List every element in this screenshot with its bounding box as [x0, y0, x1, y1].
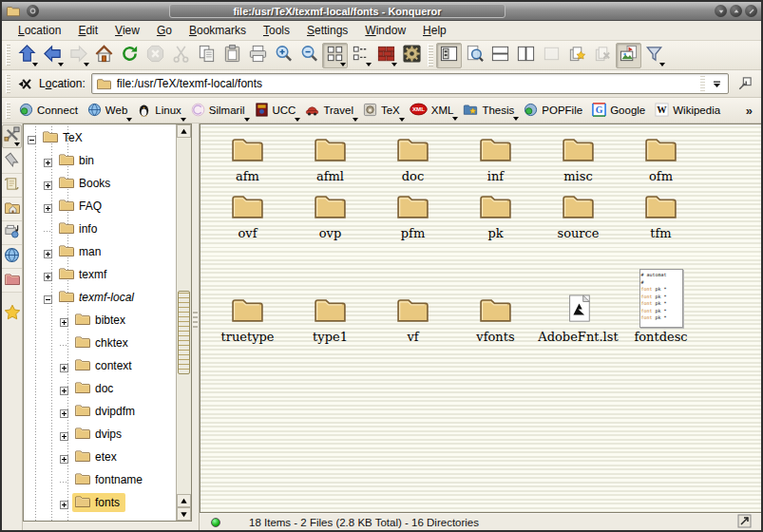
file-item-type1[interactable]: type1: [289, 289, 372, 346]
tree-item-tex[interactable]: TeX: [24, 126, 176, 149]
titlebar[interactable]: file:/usr/TeX/texmf-local/fonts - Konque…: [2, 2, 761, 21]
paste-button[interactable]: [219, 43, 245, 68]
file-item-adobefnt.lst[interactable]: AdobeFnt.lst: [537, 288, 620, 346]
toolbar-grip[interactable]: [6, 45, 10, 66]
tree-expander-icon[interactable]: [60, 499, 68, 507]
location-input[interactable]: file:/usr/TeX/texmf-local/fonts: [91, 73, 729, 94]
tree-item-texmf-local[interactable]: texmf-local: [24, 286, 176, 309]
reload-button[interactable]: [117, 43, 143, 68]
bookmark-wikipedia[interactable]: WWikipedia: [650, 101, 725, 121]
home-button[interactable]: [91, 43, 117, 68]
file-item-pk[interactable]: pk: [454, 185, 537, 242]
sidebar-tab-home-folder[interactable]: [2, 198, 22, 221]
find-page-button[interactable]: [462, 43, 487, 68]
file-item-tfm[interactable]: tfm: [620, 185, 702, 242]
file-item-doc[interactable]: doc: [372, 128, 454, 185]
tree-expander-icon[interactable]: [60, 385, 68, 393]
clear-location-button[interactable]: [14, 71, 35, 97]
file-item-fontdesc[interactable]: # automat#font pk *font pk *font pk *fon…: [620, 263, 702, 346]
previews-button[interactable]: [616, 43, 641, 68]
scroll-down-button[interactable]: [177, 507, 191, 521]
sidebar-tab-services[interactable]: [2, 221, 22, 245]
scroll-up-button[interactable]: [177, 124, 191, 138]
list-view-button[interactable]: [348, 43, 373, 68]
bookmark-xml[interactable]: XMLXML: [405, 101, 459, 120]
split-horizontal-button[interactable]: [487, 43, 513, 68]
bookmark-tex[interactable]: TeX: [358, 101, 405, 121]
bookmark-web[interactable]: Web: [83, 101, 132, 121]
gear-button[interactable]: [399, 43, 425, 68]
tree-item-texmf[interactable]: texmf: [24, 263, 176, 286]
tree-item-bibtex[interactable]: bibtex: [24, 309, 176, 332]
back-arrow-button[interactable]: [40, 43, 66, 68]
go-button[interactable]: [734, 72, 756, 95]
sidebar-toggle-button[interactable]: [436, 43, 462, 68]
file-item-misc[interactable]: misc: [537, 128, 620, 185]
zoom-out-button[interactable]: [296, 43, 322, 68]
tree-expander-icon[interactable]: [60, 453, 68, 462]
bricks-button[interactable]: [373, 43, 399, 68]
bookbar-grip[interactable]: [6, 102, 10, 120]
file-item-source[interactable]: source: [537, 185, 620, 242]
file-item-ovf[interactable]: ovf: [206, 185, 289, 242]
tree-item-chktex[interactable]: chktex: [24, 332, 176, 354]
sidebar-tab-history[interactable]: [2, 174, 22, 198]
bookmark-ucc[interactable]: UCC: [250, 101, 301, 121]
file-icon-view[interactable]: afmafmldocinfmiscofmovfovppfmpksourcetfm…: [200, 124, 761, 513]
filter-button[interactable]: [641, 43, 667, 68]
tree-item-context[interactable]: context: [24, 354, 176, 377]
tree-item-doc[interactable]: doc: [24, 377, 176, 400]
bookmark-travel[interactable]: Travel: [300, 101, 358, 121]
tree-item-dvipdfm[interactable]: dvipdfm: [24, 400, 176, 423]
tree-expander-icon[interactable]: [44, 157, 52, 165]
tree-expander-icon[interactable]: [60, 362, 68, 370]
menu-window[interactable]: Window: [356, 22, 414, 39]
tree-item-faq[interactable]: FAQ: [24, 195, 176, 218]
menu-settings[interactable]: Settings: [298, 22, 356, 39]
statusbar-overwrite-icon[interactable]: [737, 514, 752, 530]
bookmark-google[interactable]: GGoogle: [587, 101, 650, 121]
scrollbar-thumb[interactable]: [178, 291, 190, 374]
menu-help[interactable]: Help: [414, 22, 455, 39]
tree-expander-icon[interactable]: [44, 202, 52, 211]
tree-expander-icon[interactable]: [60, 316, 68, 325]
bookmark-connect[interactable]: Connect: [14, 101, 83, 121]
file-item-ofm[interactable]: ofm: [620, 128, 702, 185]
tree-expander-icon[interactable]: [44, 180, 52, 188]
up-arrow-button[interactable]: [14, 43, 40, 68]
tree-expander-icon[interactable]: [28, 134, 36, 142]
tree-expander-icon[interactable]: [60, 430, 68, 439]
tree-item-dvips[interactable]: dvips: [24, 423, 176, 446]
tree-item-books[interactable]: Books: [24, 172, 176, 195]
menu-edit[interactable]: Edit: [69, 22, 106, 39]
location-dropdown-button[interactable]: [707, 75, 726, 92]
bookmark-linux[interactable]: Linux: [132, 101, 186, 121]
sidebar-tab-root-folder[interactable]: [2, 269, 22, 293]
location-value[interactable]: file:/usr/TeX/texmf-local/fonts: [117, 77, 700, 90]
file-item-inf[interactable]: inf: [454, 128, 537, 185]
panel-splitter[interactable]: [192, 124, 200, 530]
tree-expander-icon[interactable]: [44, 248, 52, 256]
bookmarks-overflow-chevron[interactable]: »: [744, 104, 758, 118]
file-item-ovp[interactable]: ovp: [289, 185, 372, 242]
copy-button[interactable]: [194, 43, 219, 68]
tree-item-etex[interactable]: etex: [24, 446, 176, 468]
sidebar-tab-network[interactable]: [2, 245, 22, 269]
sidebar-tab-bookmark-star[interactable]: [2, 302, 22, 326]
close-button[interactable]: [745, 5, 757, 17]
bookmark-popfile[interactable]: POPFile: [519, 101, 587, 121]
sidebar-tab-configure[interactable]: [2, 124, 22, 148]
tree-item-man[interactable]: man: [24, 240, 176, 263]
tree-scrollbar[interactable]: [176, 124, 191, 521]
file-item-truetype[interactable]: truetype: [206, 289, 289, 346]
tree-item-fonts[interactable]: fonts: [24, 491, 176, 514]
tree-item-bin[interactable]: bin: [24, 149, 176, 172]
file-item-pfm[interactable]: pfm: [372, 185, 454, 242]
file-item-vfonts[interactable]: vfonts: [454, 289, 537, 346]
maximize-button[interactable]: [730, 5, 742, 17]
new-tab-button[interactable]: [564, 43, 590, 68]
menu-tools[interactable]: Tools: [255, 22, 298, 39]
bookmark-thesis[interactable]: Thesis: [458, 101, 519, 120]
menu-view[interactable]: View: [106, 22, 148, 39]
tree-expander-icon[interactable]: [44, 294, 52, 302]
